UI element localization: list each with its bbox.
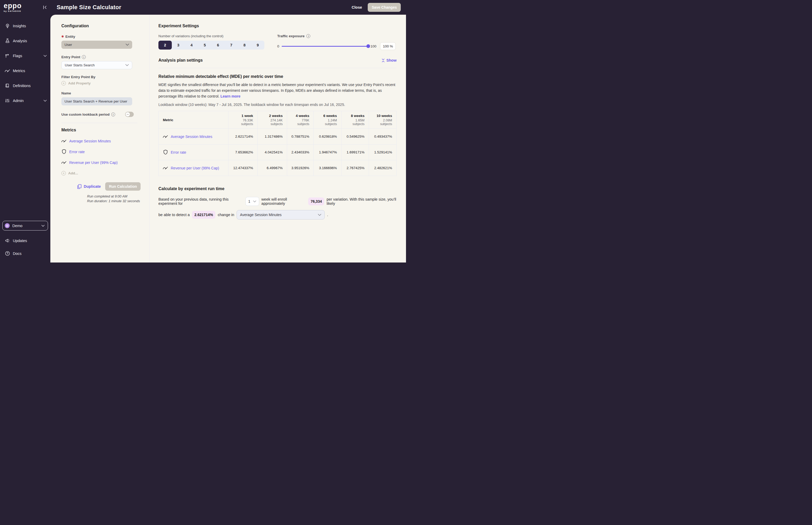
slider-min-label: 0 — [277, 44, 279, 48]
add-metric-button[interactable]: + Add... — [61, 168, 140, 179]
sidebar-item-docs[interactable]: Docs — [0, 247, 50, 260]
traffic-exposure-label: Traffic exposure i — [277, 34, 396, 38]
plus-circle-icon: + — [61, 171, 66, 176]
sidebar-item-admin[interactable]: Admin — [0, 93, 50, 108]
variation-option-6[interactable]: 6 — [211, 41, 225, 49]
top-bar: eppo by DATADOG Sample Size Calculator C… — [0, 0, 406, 15]
chevron-down-icon — [44, 55, 47, 57]
variation-option-2[interactable]: 2 — [159, 41, 172, 49]
name-input[interactable]: User Starts Search + Revenue per User — [61, 97, 132, 105]
list-item: Error rate — [61, 146, 140, 157]
chevron-down-icon — [126, 44, 129, 46]
add-property-button[interactable]: + Add Property — [61, 81, 140, 86]
info-icon[interactable]: i — [111, 112, 115, 117]
sidebar-item-insights[interactable]: Insights — [0, 18, 50, 33]
unfold-icon — [381, 59, 385, 62]
sentence-text: change in — [218, 213, 234, 217]
book-icon — [4, 84, 10, 88]
close-button[interactable]: Close — [352, 5, 362, 10]
info-icon[interactable]: i — [82, 55, 86, 59]
workspace-switcher[interactable]: D Demo — [2, 221, 48, 230]
slider-handle[interactable] — [366, 44, 370, 48]
variation-option-3[interactable]: 3 — [172, 41, 185, 49]
show-analysis-plan-link[interactable]: Show — [381, 58, 396, 62]
metric-link[interactable]: Average Session Minutes — [171, 135, 212, 139]
sidebar-item-metrics[interactable]: Metrics — [0, 63, 50, 78]
sidebar-item-label: Flags — [13, 54, 22, 58]
column-header: 2 weeks274.14K subjects — [258, 111, 287, 129]
mde-value-cell: 1.946747% — [314, 145, 341, 160]
custom-lookback-toggle[interactable] — [125, 112, 134, 117]
megaphone-icon — [4, 238, 10, 243]
column-header: 4 weeks776K subjects — [287, 111, 314, 129]
sidebar-item-definitions[interactable]: Definitions — [0, 78, 50, 93]
metric-link[interactable]: Revenue per User (99% Cap) — [171, 166, 219, 170]
metrics-heading: Metrics — [61, 128, 140, 132]
traffic-exposure-slider[interactable] — [282, 46, 368, 47]
sidebar-item-label: Admin — [13, 99, 24, 103]
variation-option-9[interactable]: 9 — [251, 41, 265, 49]
save-changes-button[interactable]: Save Changes — [368, 3, 401, 12]
metric-link[interactable]: Average Session Minutes — [69, 139, 111, 143]
runtime-sentence-line2: be able to detect a 2.621714% change in … — [159, 210, 396, 220]
shield-icon — [61, 149, 66, 154]
mde-value-cell: 6.49967% — [258, 160, 287, 176]
learn-more-link[interactable]: Learn more — [221, 94, 241, 98]
metric-line-icon — [61, 161, 66, 164]
table-header-row: Metric 1 week76.33K subjects 2 weeks274.… — [159, 111, 396, 129]
content-panel: Configuration ✱ Entity User Entry Point … — [50, 15, 406, 262]
variation-option-4[interactable]: 4 — [185, 41, 198, 49]
collapse-sidebar-icon[interactable] — [42, 4, 48, 11]
variation-option-5[interactable]: 5 — [198, 41, 212, 49]
filter-entry-point-label: Filter Entry Point By — [61, 75, 140, 79]
branch-icon — [4, 53, 10, 58]
traffic-exposure-value[interactable]: 100 % — [380, 42, 396, 50]
weeks-select[interactable]: 1 — [245, 197, 259, 206]
workspace-name: Demo — [12, 224, 22, 228]
sidebar-item-label: Updates — [13, 239, 27, 243]
lookback-window-note: Lookback window (10 weeks): May 7 - Jul … — [159, 103, 396, 107]
chevron-down-icon — [42, 225, 45, 227]
duplicate-button[interactable]: Duplicate — [77, 184, 101, 189]
shield-icon — [163, 150, 168, 155]
sidebar-footer: D Demo Updates Docs — [0, 221, 50, 262]
runtime-section: Calculate by experiment run time Based o… — [159, 186, 396, 220]
mde-value-cell: 2.767425% — [341, 160, 369, 176]
sidebar-item-flags[interactable]: Flags — [0, 48, 50, 63]
divider — [159, 68, 396, 68]
entry-point-select[interactable]: User Starts Search — [61, 61, 132, 69]
runtime-metric-select[interactable]: Average Session Minutes — [237, 210, 325, 220]
variation-option-8[interactable]: 8 — [238, 41, 251, 49]
configuration-heading: Configuration — [61, 24, 140, 28]
sidebar-item-analysis[interactable]: Analysis — [0, 33, 50, 48]
toggle-knob — [126, 112, 130, 117]
mde-value-cell: 7.653662% — [228, 145, 258, 160]
mde-value-cell: 1.317486% — [258, 129, 287, 145]
lightbulb-icon — [4, 23, 10, 28]
info-icon[interactable]: i — [306, 34, 310, 38]
list-item: Revenue per User (99% Cap) — [61, 157, 140, 168]
variation-option-7[interactable]: 7 — [225, 41, 238, 49]
variations-block: Number of variations (including the cont… — [159, 34, 265, 50]
name-label: Name — [61, 91, 140, 95]
sidebar-item-label: Docs — [13, 252, 21, 256]
experiment-settings-heading: Experiment Settings — [159, 24, 396, 28]
configuration-panel: Configuration ✱ Entity User Entry Point … — [50, 15, 150, 262]
metric-link[interactable]: Revenue per User (99% Cap) — [69, 161, 118, 165]
sentence-text: per variation. With this sample size, yo… — [327, 197, 396, 206]
mde-value-cell: 1.699171% — [341, 145, 369, 160]
sidebar-item-label: Insights — [13, 24, 26, 28]
sidebar-item-updates[interactable]: Updates — [0, 234, 50, 247]
logo-wordmark: eppo — [4, 2, 42, 10]
sentence-text: . — [327, 213, 328, 217]
sidebar-item-label: Analysis — [13, 39, 27, 43]
required-asterisk: ✱ — [61, 35, 64, 38]
sidebar-item-label: Definitions — [13, 84, 31, 88]
metric-link[interactable]: Error rate — [69, 150, 85, 154]
plus-circle-icon: + — [61, 81, 66, 86]
mde-table: Metric 1 week76.33K subjects 2 weeks274.… — [159, 111, 396, 176]
entity-select[interactable]: User — [61, 41, 132, 49]
run-calculation-button[interactable]: Run Calculation — [105, 182, 140, 191]
metric-link[interactable]: Error rate — [171, 150, 186, 154]
app-window: eppo by DATADOG Sample Size Calculator C… — [0, 0, 406, 262]
